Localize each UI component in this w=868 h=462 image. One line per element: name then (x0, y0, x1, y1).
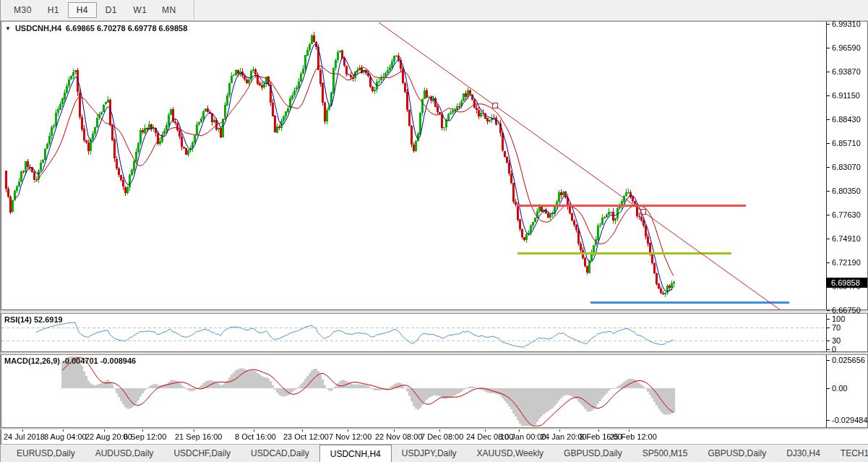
timeframe-button-d1[interactable]: D1 (97, 2, 126, 18)
scale-tick-mark (827, 143, 830, 144)
time-axis-label: 8 Oct 16:00 (235, 432, 276, 441)
time-axis-tick (485, 429, 486, 432)
time-axis-tick (394, 429, 395, 432)
timeframe-button-h4[interactable]: H4 (68, 2, 97, 18)
scale-tick-mark (827, 239, 830, 239)
chart-symbol-label: USDCNH,H4 (15, 24, 61, 33)
time-axis-tick (519, 429, 520, 432)
time-axis-tick (629, 429, 629, 432)
rsi-chart-canvas[interactable] (1, 314, 828, 351)
timeframe-toolbar: M30H1H4D1W1MN (1, 0, 868, 21)
scale-tick-label: 6.83070 (832, 163, 861, 171)
scale-tick-mark (827, 262, 830, 263)
toolbar-separator (194, 1, 194, 20)
tab-tech100-h1[interactable]: TECH100,H1 (830, 445, 868, 462)
tab-dj30-h4[interactable]: DJ30,H4 (776, 445, 830, 462)
tab-gbpusd-daily[interactable]: GBPUSD,Daily (554, 445, 632, 462)
scale-tick-label: 6.99310 (832, 20, 861, 28)
time-axis-label: 25 Feb 12:00 (610, 432, 657, 441)
scale-tick-mark (827, 215, 830, 215)
scale-tick-label: 6.88430 (832, 115, 861, 124)
rsi-panel: RSI(14) 52.6919 10070300 (1, 313, 868, 352)
scale-tick-label: 6.85710 (832, 139, 861, 147)
time-axis-tick (348, 429, 348, 432)
time-axis-label: 10 Jan 00:00 (500, 432, 546, 441)
chart-window: ▼ USDCNH,H4 6.69865 6.70278 6.69778 6.69… (1, 21, 868, 310)
scale-tick-mark (827, 328, 830, 328)
current-price-tag: 6.69858 (826, 278, 867, 288)
trading-platform-window: M30H1H4D1W1MN ▼ USDCNH,H4 6.69865 6.7027… (0, 0, 868, 462)
tab-eurusd-daily[interactable]: EURUSD,Daily (7, 445, 85, 462)
scale-tick-mark (827, 48, 830, 48)
scale-tick-mark (827, 420, 830, 421)
tab-audusd-daily[interactable]: AUDUSD,Daily (85, 445, 164, 462)
scale-tick-label: 0.00 (832, 384, 847, 393)
scale-tick-mark (827, 388, 830, 389)
time-axis-tick (302, 429, 303, 432)
scale-tick-label: 100 (832, 315, 845, 323)
scale-tick-label: 0.025656 (832, 356, 865, 364)
tab-sp500-m15[interactable]: SP500,M15 (632, 445, 698, 462)
tab-usdcnh-h4[interactable]: USDCNH,H4 (319, 445, 392, 462)
time-axis-tick (598, 429, 599, 432)
scale-tick-label: 30 (832, 336, 841, 345)
time-axis-tick (104, 429, 105, 432)
tab-gbpusd-daily[interactable]: GBPUSD,Daily (697, 445, 776, 462)
time-axis-label: 24 Jul 2018 (4, 432, 45, 441)
candlestick-chart-canvas[interactable] (1, 22, 828, 309)
scale-tick-mark (827, 24, 830, 25)
tab-usdjpy-daily[interactable]: USDJPY,Daily (392, 445, 467, 462)
scale-tick-mark (827, 310, 830, 311)
scale-tick-mark (827, 191, 830, 192)
scale-tick-label: 6.96590 (832, 43, 861, 52)
scale-tick-label: 6.91150 (832, 91, 860, 100)
time-axis-label: 21 Sep 16:00 (175, 432, 222, 441)
time-axis-label: 23 Oct 12:00 (283, 432, 329, 441)
timeframe-button-m30[interactable]: M30 (7, 2, 39, 18)
time-axis-tick (142, 429, 143, 432)
scale-tick-mark (827, 95, 830, 96)
timeframe-button-w1[interactable]: W1 (126, 2, 155, 18)
time-axis-tick (254, 429, 254, 432)
macd-scale[interactable]: 0.0256560.00-0.029484 (826, 355, 867, 427)
chart-dropdown-icon[interactable]: ▼ (5, 25, 11, 32)
time-axis-label: 22 Nov 08:00 (375, 432, 422, 441)
timeframe-button-mn[interactable]: MN (155, 2, 184, 18)
chart-title: ▼ USDCNH,H4 6.69865 6.70278 6.69778 6.69… (5, 24, 187, 33)
time-axis-label: 8 Aug 04:00 (44, 432, 87, 441)
time-axis-label: 6 Sep 12:00 (124, 432, 166, 441)
macd-chart-canvas[interactable] (1, 355, 828, 427)
scale-tick-mark (827, 119, 830, 120)
macd-label: MACD(12,26,9) -0.004701 -0.008946 (4, 356, 136, 365)
scale-tick-label: 6.72190 (832, 258, 861, 267)
scale-tick-mark (827, 72, 830, 72)
chart-tab-bar: EURUSD,DailyAUDUSD,DailyUSDCHF,DailyUSDC… (1, 444, 868, 462)
scale-tick-label: 0 (832, 345, 836, 354)
scale-tick-mark (827, 349, 830, 350)
scale-tick-mark (827, 167, 830, 168)
time-axis-label: 7 Dec 08:00 (421, 432, 463, 441)
macd-panel: MACD(12,26,9) -0.004701 -0.008946 0.0256… (1, 354, 868, 428)
scale-tick-label: 6.77630 (832, 210, 861, 219)
scale-tick-mark (827, 341, 830, 341)
scale-tick-mark (827, 360, 830, 361)
scale-tick-label: 6.93870 (832, 67, 861, 76)
rsi-scale[interactable]: 10070300 (826, 314, 867, 351)
time-axis-tick (22, 429, 23, 432)
time-axis-tick (559, 429, 560, 432)
tab-usdchf-daily[interactable]: USDCHF,Daily (163, 445, 241, 462)
scale-tick-mark (827, 319, 830, 320)
scale-tick-label: 70 (832, 323, 841, 332)
tab-usdcad-daily[interactable]: USDCAD,Daily (241, 445, 319, 462)
time-axis-label: 7 Nov 12:00 (329, 432, 371, 441)
scale-tick-label: -0.029484 (832, 416, 868, 424)
timeframe-button-h1[interactable]: H1 (39, 2, 68, 18)
scale-tick-label: 6.74910 (832, 234, 861, 243)
time-axis-tick (63, 429, 64, 432)
time-axis-tick (194, 429, 194, 432)
time-axis[interactable]: 24 Jul 20188 Aug 04:0022 Aug 20:006 Sep … (1, 429, 868, 444)
price-scale[interactable]: 6.993106.965906.938706.911506.884306.857… (826, 22, 867, 309)
rsi-label: RSI(14) 52.6919 (4, 315, 63, 324)
chart-ohlc-values: 6.69865 6.70278 6.69778 6.69858 (66, 24, 187, 33)
tab-xauusd-weekly[interactable]: XAUUSD,Weekly (467, 445, 554, 462)
